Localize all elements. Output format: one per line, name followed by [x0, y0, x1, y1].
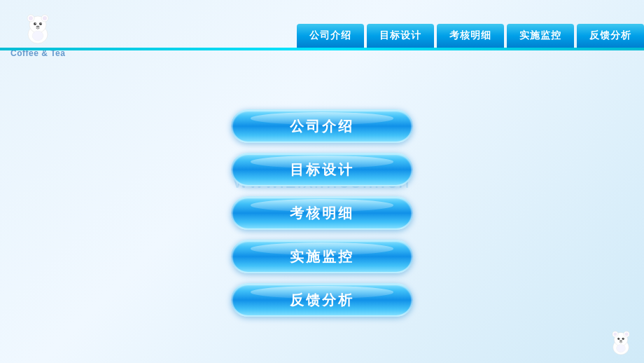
main-btn-feedback[interactable]: 反馈分析: [231, 283, 413, 317]
main-btn-assessment[interactable]: 考核明细: [231, 196, 413, 230]
main-btn-company[interactable]: 公司介绍: [231, 109, 413, 143]
top-nav: 公司介绍 目标设计 考核明细 实施监控 反馈分析: [0, 0, 644, 48]
main-content: 公司介绍 目标设计 考核明细 实施监控 反馈分析: [0, 63, 644, 363]
nav-item-feedback[interactable]: 反馈分析: [577, 24, 644, 48]
main-btn-monitor[interactable]: 实施监控: [231, 240, 413, 273]
nav-item-company[interactable]: 公司介绍: [297, 24, 364, 48]
nav-item-assessment[interactable]: 考核明细: [437, 24, 504, 48]
nav-item-target[interactable]: 目标设计: [367, 24, 434, 48]
nav-accent-line: [0, 48, 644, 50]
nav-items: 公司介绍 目标设计 考核明细 实施监控 反馈分析: [297, 24, 644, 48]
main-btn-target[interactable]: 目标设计: [231, 153, 413, 186]
nav-item-monitor[interactable]: 实施监控: [507, 24, 574, 48]
